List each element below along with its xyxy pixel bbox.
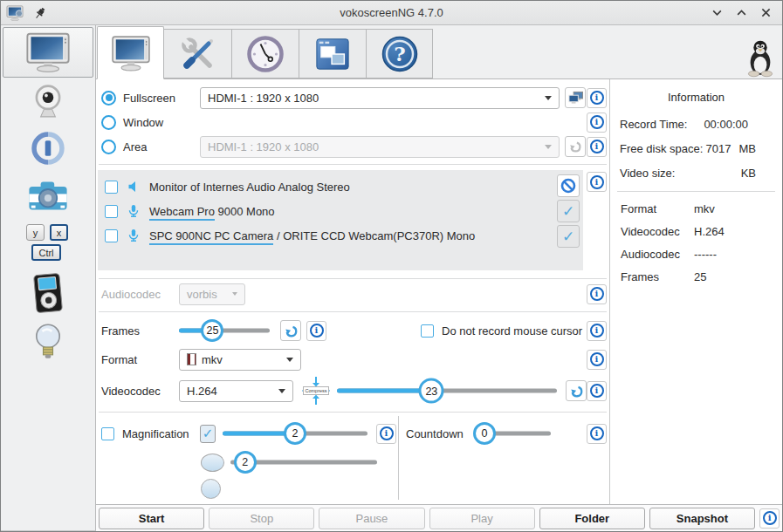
- tab-timer[interactable]: [231, 29, 299, 78]
- fullscreen-screen-select[interactable]: HDMI-1 : 1920 x 1080: [200, 87, 560, 109]
- maximize-icon[interactable]: [733, 5, 749, 21]
- format-select[interactable]: mkv: [179, 349, 301, 371]
- minimize-icon[interactable]: [709, 5, 725, 21]
- magnification-shape-circle-toggle[interactable]: [201, 479, 221, 499]
- start-button[interactable]: Start: [99, 508, 204, 529]
- tools-icon: [178, 35, 218, 73]
- audio-device-checkbox[interactable]: [105, 181, 118, 194]
- dropdown-arrow-icon: [278, 389, 285, 393]
- screen-tab-page: Fullscreen HDMI-1 : 1920 x 1080 i: [96, 79, 609, 504]
- magnification-size-slider[interactable]: 2: [230, 448, 377, 476]
- videocodec-select[interactable]: H.264: [179, 380, 293, 402]
- frames-reset-button[interactable]: [280, 320, 301, 341]
- info-icon[interactable]: i: [587, 381, 607, 401]
- folder-button[interactable]: Folder: [539, 508, 645, 529]
- dropdown-arrow-icon: [545, 96, 552, 100]
- media-player-icon: [31, 273, 65, 313]
- magnification-zoom-slider[interactable]: 2: [223, 419, 367, 447]
- check-icon: [562, 202, 574, 220]
- sidebar-item-screen-recording[interactable]: [3, 27, 93, 78]
- info-icon[interactable]: i: [587, 284, 607, 304]
- sidebar-item-shortcuts[interactable]: y x Ctrl: [6, 221, 90, 268]
- reset-icon: [284, 324, 299, 338]
- area-reset-button: [565, 136, 586, 157]
- audiocodec-select: vorbis: [179, 283, 245, 305]
- windows-icon: [313, 36, 352, 72]
- audiocodec-label: Audiocodec: [101, 288, 174, 301]
- info-icon[interactable]: i: [376, 424, 396, 444]
- audio-device-list: Monitor of Internes Audio Analog Stereo …: [98, 170, 583, 270]
- frames-row: Frames 25 i Do not record mouse cur: [101, 317, 607, 344]
- frames-slider-handle[interactable]: 25: [201, 319, 223, 342]
- information-panel: Information Record Time: 00:00:00 Free d…: [610, 79, 782, 504]
- magnification-shape-checked-toggle[interactable]: [200, 425, 216, 443]
- sidebar-item-tips[interactable]: [6, 318, 90, 365]
- tab-screen[interactable]: [97, 26, 164, 79]
- tab-settings[interactable]: [164, 29, 231, 78]
- microphone-icon: [127, 228, 141, 242]
- tab-windows[interactable]: [299, 29, 366, 78]
- info-icon[interactable]: i: [759, 508, 780, 529]
- blocked-icon: [560, 178, 576, 194]
- mouse-cursor-checkbox[interactable]: [421, 324, 434, 338]
- audio-device-label: SPC 900NC PC Camera / ORITE CCD Webcam(P…: [149, 229, 475, 242]
- videocodec-quality-handle[interactable]: 23: [419, 379, 444, 404]
- snapshot-button[interactable]: Snapshot: [649, 508, 755, 529]
- tab-help[interactable]: ?: [366, 29, 433, 78]
- sidebar-item-snapshot[interactable]: [6, 174, 90, 221]
- close-icon[interactable]: [758, 5, 773, 21]
- svg-text:?: ?: [394, 42, 405, 65]
- frames-info-row: Frames 25: [610, 270, 782, 283]
- lightbulb-icon: [32, 323, 64, 361]
- record-time-row: Record Time: 00:00:00: [610, 118, 782, 131]
- magnification-checkbox[interactable]: [101, 427, 114, 440]
- sidebar-item-webcam[interactable]: [6, 78, 90, 125]
- monitor-icon: [111, 35, 151, 72]
- refresh-screens-button[interactable]: [565, 87, 586, 108]
- videocodec-label: Videocodec: [101, 385, 174, 398]
- compress-icon: Compress: [302, 377, 330, 405]
- microphone-icon: [127, 204, 141, 218]
- info-icon[interactable]: i: [306, 321, 326, 341]
- audio-device-row: Webcam Pro 9000 Mono: [98, 199, 583, 223]
- fullscreen-radio[interactable]: [101, 91, 116, 106]
- format-label: Format: [101, 353, 174, 366]
- info-icon[interactable]: i: [587, 424, 607, 444]
- sidebar-item-media-player[interactable]: [6, 269, 90, 317]
- audiocodec-row: Audiocodec vorbis i: [101, 283, 607, 305]
- device-ok-button[interactable]: [557, 225, 580, 248]
- vokoscreen-window: vokoscreenNG 4.7.0: [0, 0, 783, 532]
- frames-slider[interactable]: 25: [179, 317, 270, 344]
- tabbar: ?: [96, 25, 782, 78]
- info-icon[interactable]: i: [587, 88, 607, 108]
- clock-icon: [245, 35, 285, 73]
- audio-device-row: Monitor of Internes Audio Analog Stereo: [98, 174, 583, 199]
- magnification-row: Magnification 2 i: [101, 419, 396, 447]
- help-icon: ?: [380, 35, 420, 73]
- info-icon[interactable]: i: [587, 113, 607, 133]
- device-blocked-button[interactable]: [557, 174, 580, 197]
- device-ok-button[interactable]: [557, 200, 580, 222]
- info-icon[interactable]: i: [587, 321, 607, 341]
- dropdown-arrow-icon: [545, 145, 552, 149]
- area-radio[interactable]: [101, 140, 116, 154]
- info-icon[interactable]: i: [587, 172, 607, 192]
- sidebar-item-halt[interactable]: [6, 125, 90, 172]
- videocodec-quality-slider[interactable]: 23: [337, 377, 557, 405]
- magnification-size-handle[interactable]: 2: [234, 451, 257, 474]
- window-radio[interactable]: [101, 115, 116, 130]
- audio-device-checkbox[interactable]: [105, 229, 118, 242]
- pin-icon[interactable]: [33, 6, 47, 20]
- countdown-row: Countdown 0 i: [406, 419, 607, 447]
- magnification-zoom-handle[interactable]: 2: [284, 422, 306, 445]
- reset-icon: [568, 140, 582, 153]
- fullscreen-label: Fullscreen: [123, 92, 189, 105]
- info-icon[interactable]: i: [587, 137, 607, 157]
- audio-device-checkbox[interactable]: [105, 205, 118, 218]
- countdown-slider[interactable]: 0: [476, 419, 551, 447]
- countdown-handle[interactable]: 0: [473, 422, 496, 445]
- info-icon[interactable]: i: [587, 350, 607, 370]
- format-info-row: Format mkv: [610, 202, 782, 215]
- magnification-shape-oval-toggle[interactable]: [201, 454, 224, 472]
- videocodec-reset-button[interactable]: [566, 380, 587, 401]
